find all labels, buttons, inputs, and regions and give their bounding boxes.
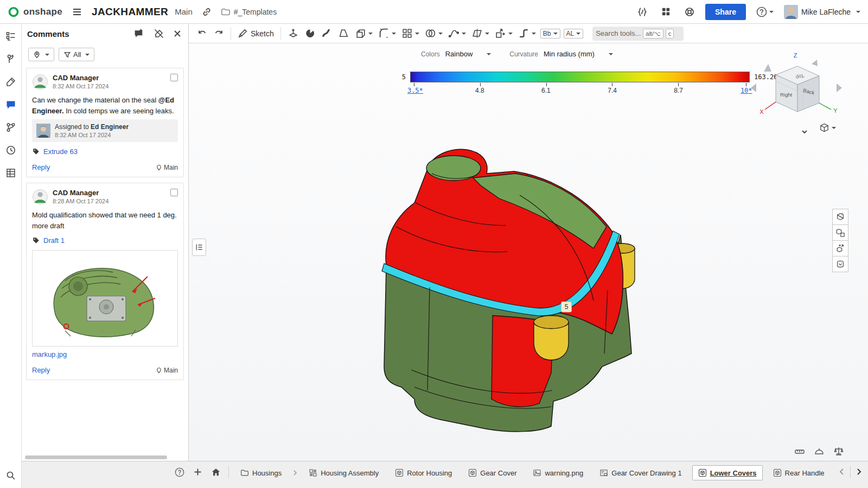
transform-tool-icon[interactable] [492,26,515,41]
pin-icon [156,164,162,171]
tab-rotor-housing[interactable]: Rotor Housing [389,465,458,480]
custom-tables-panel-icon[interactable] [4,166,18,180]
onshape-logo[interactable]: onshape [8,6,62,18]
logo-text: onshape [23,7,62,17]
search-document-icon[interactable] [4,468,18,483]
location-filter-dropdown[interactable] [28,48,54,61]
sweep-tool-icon[interactable] [318,26,335,41]
boolean-tool-icon[interactable] [422,26,445,41]
rotate-top-arrow[interactable] [812,60,818,66]
resolve-checkbox[interactable] [170,189,178,196]
rotate-left-arrow[interactable] [751,84,756,92]
custom-feature-al-button[interactable]: AL [564,29,584,38]
help-menu[interactable] [754,5,776,19]
sketch-button[interactable]: Sketch [235,27,277,40]
assembly-icon [309,468,317,477]
close-panel-icon[interactable] [172,28,183,39]
axis-y-label: Y [833,107,838,114]
curve-tool-icon[interactable] [445,26,469,41]
workspace-name[interactable]: Main [175,7,193,16]
history-panel-icon[interactable] [4,143,18,157]
hamburger-menu-icon[interactable] [69,5,85,19]
viewcube-collapse-icon[interactable] [799,126,810,138]
colors-dropdown[interactable]: Rainbow [445,50,492,58]
display-mode-caret [832,127,836,129]
feature-list-panel-icon[interactable] [4,29,18,43]
feature-tag-link[interactable]: Extrude 63 [43,147,78,156]
tab-housing-assembly[interactable]: Housing Assembly [303,465,385,480]
tab-warning-png[interactable]: warning.png [527,465,589,480]
thicken-tool-icon[interactable] [352,26,375,41]
revolve-tool-icon[interactable] [302,26,318,41]
breadcrumb[interactable]: #_Templates [221,7,277,17]
reply-link[interactable]: Reply [32,163,50,171]
tab-gear-cover-drawing-1[interactable]: Gear Cover Drawing 1 [593,465,687,480]
appearance-panel-icon[interactable] [4,75,18,89]
part-studio-icon [468,468,477,477]
feature-tag-link[interactable]: Draft 1 [43,236,65,245]
copy-link-icon[interactable] [199,5,214,18]
named-views-icon[interactable] [832,256,848,272]
extrude-tool-icon[interactable] [285,26,302,41]
add-tab-icon[interactable] [191,465,205,479]
tabs-scroll-right-icon[interactable] [853,466,865,478]
app-store-grid-icon[interactable] [658,5,674,18]
attachment-link[interactable]: markup.jpg [32,350,67,358]
versions-panel-icon[interactable] [4,120,18,134]
curvature-dropdown[interactable]: Min radius (mm) [544,50,613,58]
status-filter-dropdown[interactable]: All [59,48,94,61]
comments-panel-icon[interactable] [4,98,18,112]
redo-button[interactable] [210,27,227,41]
section-view-icon[interactable] [832,209,848,225]
units-icon[interactable] [814,446,825,457]
home-tab-icon[interactable] [209,465,223,479]
loft-tool-icon[interactable] [335,26,352,41]
fillet-tool-icon[interactable] [375,26,399,41]
explode-view-icon[interactable] [832,240,848,256]
tab-rear-handle[interactable]: Rear Handle [767,465,831,480]
markup-mode-icon[interactable] [152,27,165,40]
learning-center-icon[interactable] [681,5,698,19]
featurescript-icon[interactable] [634,5,650,19]
reply-link[interactable]: Reply [32,366,50,374]
scale-tick [678,83,679,86]
undo-button[interactable] [194,27,210,41]
measure-icon[interactable] [794,446,805,457]
display-mode-dropdown[interactable] [819,123,836,133]
tab-folder-housings[interactable]: Housings [234,465,288,480]
rotate-up-left-arrow[interactable] [764,64,771,72]
tab-gear-cover[interactable]: Gear Cover [462,465,522,480]
isolate-icon[interactable] [832,224,848,241]
configurations-panel-icon[interactable] [4,52,18,66]
custom-feature-bb-button[interactable]: Bb [540,29,560,38]
view-cube[interactable]: Z Right Back Top X Y [748,48,845,124]
face-right-label[interactable]: Right [780,92,793,98]
scale-clamp-min[interactable]: 3.5* [407,87,423,94]
shortcut-alt-key: alt/⌥ [643,29,663,38]
panel-horizontal-scrollbar[interactable] [25,455,180,459]
folder-icon [240,468,249,477]
user-menu[interactable]: Mike LaFleche [784,5,860,19]
plane-tool-icon[interactable] [469,26,492,41]
comment-text: Can we change the material on the seal [32,96,158,104]
new-comment-icon[interactable] [132,27,146,41]
sheet-metal-tool-icon[interactable] [515,26,539,41]
attachment-thumbnail[interactable] [32,250,178,346]
tool-caret [485,33,489,35]
tab-bar-help-icon[interactable] [173,465,187,479]
tab-lower-covers[interactable]: Lower Covers [692,465,763,480]
assignment-text: Assigned to Ed Engineer 8:32 AM Oct 17 2… [55,123,129,138]
search-tools-input[interactable]: Search tools... alt/⌥ c [592,27,684,41]
rainbow-gradient-bar[interactable] [410,72,750,82]
scale-tick [480,83,481,86]
resolve-checkbox[interactable] [170,74,178,81]
graphics-viewport[interactable]: Colors Rainbow Curvature Min radius (mm)… [189,43,868,461]
tabs-scroll-left-icon[interactable] [836,466,848,478]
min-radius-badge[interactable]: 5 [561,301,572,312]
pattern-tool-icon[interactable] [399,26,422,41]
mass-properties-icon[interactable] [833,446,844,457]
feature-list-flyout-toggle[interactable] [192,239,206,256]
rotate-right-arrow[interactable] [837,84,842,92]
model-3d[interactable] [380,145,640,433]
share-button[interactable]: Share [705,4,746,20]
